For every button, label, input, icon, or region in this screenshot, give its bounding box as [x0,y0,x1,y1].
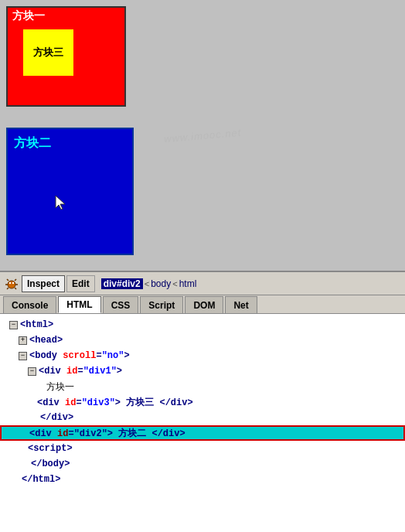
svg-point-3 [12,281,14,283]
devtools-tabs: Console HTML CSS Script DOM Net [0,295,405,314]
svg-line-4 [7,279,9,281]
red-box: 方块一 方块三 [6,6,126,107]
html-line-html-close: </html> [0,472,405,487]
html-line-div2[interactable]: <div id="div2"> 方块二 </div> [0,425,405,441]
cursor-icon [54,194,68,215]
yellow-box: 方块三 [23,29,73,76]
html-line-div1-close: </div> [0,410,405,425]
blue-box: 方块二 [6,128,134,255]
devtools-panel: Inspect Edit div#div2 < body < html Cons… [0,271,405,532]
tab-net[interactable]: Net [225,296,257,313]
svg-point-2 [9,281,11,283]
tab-css[interactable]: CSS [103,296,139,313]
html-line-html: − <html> [0,317,405,332]
watermark-text: www.imooc.net [163,126,241,145]
breadcrumb: div#div2 < body < html [97,278,197,289]
expand-head[interactable]: + [19,336,27,345]
tab-dom[interactable]: DOM [185,296,223,313]
bug-icon [3,275,20,292]
html-content: − <html> + <head> − <body scroll="no"> −… [0,314,405,532]
html-line-script: <script> [0,441,405,456]
tab-html[interactable]: HTML [58,296,100,313]
breadcrumb-html[interactable]: html [179,278,197,289]
blue-box-label: 方块二 [14,135,51,152]
html-line-body-close: </body> [0,456,405,472]
inspect-button[interactable]: Inspect [22,275,65,292]
html-line-div3: <div id="div3"> 方块三 </div> [0,394,405,410]
red-box-label: 方块一 [12,9,45,23]
svg-line-8 [7,288,9,289]
devtools-toolbar: Inspect Edit div#div2 < body < html [0,272,405,295]
html-line-body: − <body scroll="no"> [0,348,405,363]
tab-console[interactable]: Console [3,296,56,313]
yellow-box-label: 方块三 [33,46,63,60]
tab-script[interactable]: Script [140,296,183,313]
html-line-text1: 方块一 [0,379,405,394]
visual-area: 方块一 方块三 方块二 www.imooc.net [0,0,405,271]
breadcrumb-div2: div#div2 [101,278,143,289]
svg-point-1 [8,281,15,288]
edit-button[interactable]: Edit [66,275,95,292]
svg-line-5 [15,279,16,281]
collapse-html[interactable]: − [9,321,18,329]
collapse-div1[interactable]: − [28,367,36,376]
html-line-head: + <head> [0,332,405,348]
svg-marker-0 [56,196,65,210]
breadcrumb-body[interactable]: body [151,278,171,289]
collapse-body[interactable]: − [19,352,27,360]
html-line-div1: − <div id="div1"> [0,363,405,379]
svg-line-9 [15,288,16,289]
